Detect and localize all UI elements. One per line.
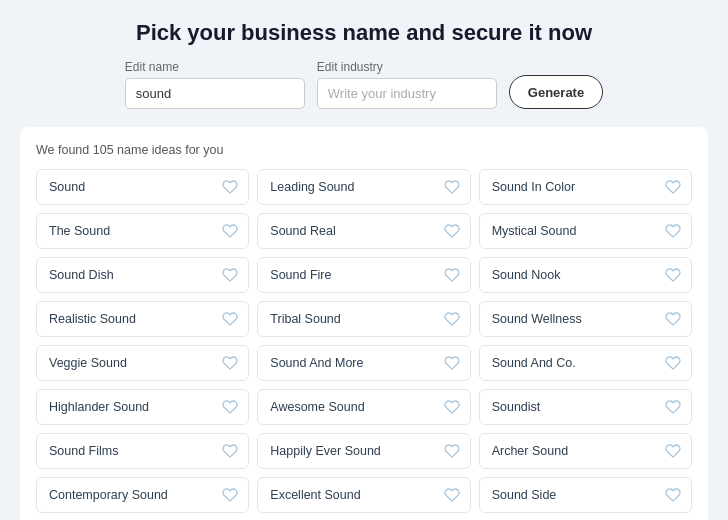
heart-icon[interactable]: [222, 179, 238, 195]
heart-icon[interactable]: [665, 311, 681, 327]
name-card-text: The Sound: [49, 224, 110, 238]
edit-industry-label: Edit industry: [317, 60, 497, 74]
heart-icon[interactable]: [665, 267, 681, 283]
generate-button[interactable]: Generate: [509, 75, 603, 109]
edit-industry-input[interactable]: [317, 78, 497, 109]
name-card[interactable]: Highlander Sound: [36, 389, 249, 425]
heart-icon[interactable]: [665, 399, 681, 415]
header: Pick your business name and secure it no…: [20, 20, 708, 109]
name-card-text: Sound In Color: [492, 180, 575, 194]
name-card[interactable]: Sound Side: [479, 477, 692, 513]
name-card[interactable]: Sound And More: [257, 345, 470, 381]
name-card-text: Sound And Co.: [492, 356, 576, 370]
name-card-text: Veggie Sound: [49, 356, 127, 370]
edit-industry-group: Edit industry: [317, 60, 497, 109]
name-card[interactable]: Leading Sound: [257, 169, 470, 205]
heart-icon[interactable]: [444, 487, 460, 503]
heart-icon[interactable]: [222, 223, 238, 239]
edit-name-group: Edit name: [125, 60, 305, 109]
heart-icon[interactable]: [665, 355, 681, 371]
name-card[interactable]: Sound And Co.: [479, 345, 692, 381]
name-card-text: Sound And More: [270, 356, 363, 370]
heart-icon[interactable]: [444, 311, 460, 327]
name-card-text: Happily Ever Sound: [270, 444, 380, 458]
name-card-text: Excellent Sound: [270, 488, 360, 502]
results-section: We found 105 name ideas for you Sound Le…: [20, 127, 708, 520]
heart-icon[interactable]: [444, 443, 460, 459]
name-card-text: Sound Wellness: [492, 312, 582, 326]
results-count: We found 105 name ideas for you: [36, 143, 692, 157]
name-card-text: Contemporary Sound: [49, 488, 168, 502]
heart-icon[interactable]: [222, 311, 238, 327]
name-card[interactable]: Sound Dish: [36, 257, 249, 293]
heart-icon[interactable]: [665, 223, 681, 239]
names-grid: Sound Leading Sound Sound In Color The S…: [36, 169, 692, 520]
heart-icon[interactable]: [444, 399, 460, 415]
name-card[interactable]: Sound: [36, 169, 249, 205]
name-card-text: Sound Side: [492, 488, 557, 502]
page-title: Pick your business name and secure it no…: [20, 20, 708, 46]
heart-icon[interactable]: [222, 443, 238, 459]
name-card-text: Realistic Sound: [49, 312, 136, 326]
heart-icon[interactable]: [444, 355, 460, 371]
name-card[interactable]: Sound Nook: [479, 257, 692, 293]
name-card-text: Sound Films: [49, 444, 118, 458]
heart-icon[interactable]: [665, 487, 681, 503]
name-card-text: Archer Sound: [492, 444, 568, 458]
name-card-text: Leading Sound: [270, 180, 354, 194]
name-card[interactable]: Contemporary Sound: [36, 477, 249, 513]
name-card-text: Soundist: [492, 400, 541, 414]
name-card-text: Mystical Sound: [492, 224, 577, 238]
heart-icon[interactable]: [444, 267, 460, 283]
heart-icon[interactable]: [222, 487, 238, 503]
name-card-text: Sound: [49, 180, 85, 194]
name-card[interactable]: Soundist: [479, 389, 692, 425]
name-card[interactable]: Sound Real: [257, 213, 470, 249]
heart-icon[interactable]: [665, 443, 681, 459]
name-card[interactable]: Realistic Sound: [36, 301, 249, 337]
heart-icon[interactable]: [222, 355, 238, 371]
heart-icon[interactable]: [665, 179, 681, 195]
name-card[interactable]: Archer Sound: [479, 433, 692, 469]
edit-name-input[interactable]: [125, 78, 305, 109]
name-card-text: Highlander Sound: [49, 400, 149, 414]
heart-icon[interactable]: [444, 223, 460, 239]
name-card[interactable]: Sound Films: [36, 433, 249, 469]
edit-name-label: Edit name: [125, 60, 305, 74]
name-card[interactable]: Happily Ever Sound: [257, 433, 470, 469]
heart-icon[interactable]: [222, 267, 238, 283]
name-card[interactable]: Excellent Sound: [257, 477, 470, 513]
name-card[interactable]: Sound In Color: [479, 169, 692, 205]
name-card-text: Awesome Sound: [270, 400, 364, 414]
name-card-text: Sound Real: [270, 224, 335, 238]
name-card[interactable]: Veggie Sound: [36, 345, 249, 381]
name-card[interactable]: Awesome Sound: [257, 389, 470, 425]
name-card[interactable]: Mystical Sound: [479, 213, 692, 249]
name-card-text: Sound Dish: [49, 268, 114, 282]
name-card[interactable]: Tribal Sound: [257, 301, 470, 337]
name-card[interactable]: Sound Fire: [257, 257, 470, 293]
name-card-text: Sound Nook: [492, 268, 561, 282]
name-card-text: Tribal Sound: [270, 312, 340, 326]
name-card[interactable]: Sound Wellness: [479, 301, 692, 337]
name-card[interactable]: The Sound: [36, 213, 249, 249]
heart-icon[interactable]: [222, 399, 238, 415]
controls-bar: Edit name Edit industry Generate: [20, 60, 708, 109]
name-card-text: Sound Fire: [270, 268, 331, 282]
page-wrapper: Pick your business name and secure it no…: [0, 0, 728, 520]
heart-icon[interactable]: [444, 179, 460, 195]
